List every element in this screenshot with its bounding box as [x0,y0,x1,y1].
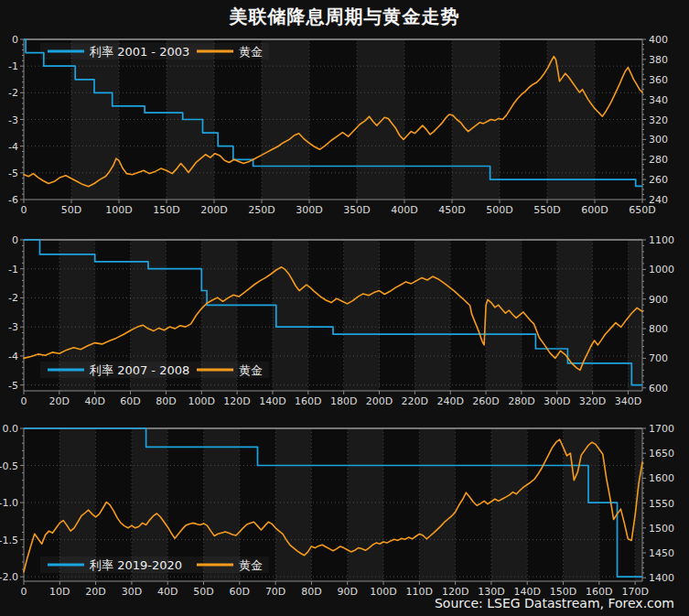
x-tick-label: 300D [296,204,322,216]
page-title: 美联储降息周期与黄金走势 [0,5,689,29]
right-tick-label: 1400 [649,572,674,584]
x-tick-label: 50D [193,586,213,595]
x-tick-label: 340D [615,395,641,407]
left-tick-label: -2.0 [0,571,18,583]
x-tick-label: 250D [248,204,275,216]
x-tick-label: 120D [223,395,250,407]
right-tick-label: 900 [649,294,668,306]
right-tick-label: 1450 [649,547,674,559]
right-tick-label: 280 [649,154,668,166]
right-tick-label: 400 [649,34,668,46]
x-tick-label: 200D [200,204,227,216]
left-tick-label: -1.5 [0,535,18,546]
right-tick-label: 300 [649,134,668,146]
x-tick-label: 180D [330,395,357,407]
left-tick-label: -5 [8,380,18,392]
right-tick-label: 1100 [649,234,674,246]
left-tick-label: 0 [12,234,18,246]
x-tick-label: 40D [157,586,178,595]
right-tick-label: 1650 [649,448,674,459]
left-tick-label: -5 [8,168,18,179]
right-tick-label: 1500 [649,523,674,535]
x-tick-label: 280D [508,395,534,407]
legend-item-gold-label: 黄金 [239,45,263,59]
left-tick-label: -4 [8,351,18,362]
x-tick-label: 50D [61,204,81,216]
x-tick-label: 120D [442,586,468,595]
x-tick-label: 80D [156,395,176,407]
plot-band [486,240,522,391]
x-tick-label: 90D [337,586,357,595]
legend-item-rate-label: 利率 2007 - 2008 [89,363,189,377]
right-tick-label: 1550 [649,498,674,510]
right-tick-label: 800 [649,323,668,335]
plot-band [344,240,380,391]
right-tick-label: 1600 [649,472,674,484]
x-tick-label: 110D [406,586,433,595]
x-tick-label: 600D [581,204,608,216]
x-tick-label: 150D [153,204,179,216]
x-tick-label: 500D [486,204,512,216]
chart-rate-2007-2008: 020D40D60D80D100D120D140D160D180D200D220… [0,224,689,416]
x-tick-label: 40D [84,395,104,407]
x-tick-label: 170D [621,586,648,595]
x-tick-label: 10D [49,586,70,595]
x-tick-label: 220D [402,395,428,407]
left-tick-label: -6 [8,194,18,206]
left-tick-label: -1 [8,60,18,72]
x-tick-label: 160D [295,395,321,407]
plot-band [557,240,593,391]
x-tick-label: 260D [472,395,499,407]
x-tick-label: 150D [550,586,576,595]
x-tick-label: 130D [478,586,504,595]
x-tick-label: 0 [21,204,27,216]
x-tick-label: 350D [343,204,370,216]
x-tick-label: 30D [122,586,142,595]
right-tick-label: 700 [649,352,668,364]
x-tick-label: 60D [120,395,140,407]
x-tick-label: 100D [105,204,132,216]
x-tick-label: 200D [366,395,393,407]
right-tick-label: 1700 [649,423,674,435]
plot-band [273,240,308,391]
left-tick-label: -3 [8,321,18,333]
x-tick-label: 100D [370,586,396,595]
x-tick-label: 20D [85,586,105,595]
right-tick-label: 320 [649,114,668,126]
x-tick-label: 0 [21,586,27,595]
left-tick-label: 0 [12,34,18,46]
x-tick-label: 60D [230,586,250,595]
chart-page: 美联储降息周期与黄金走势 050D100D150D200D250D300D350… [0,0,689,616]
legend-item-gold-label: 黄金 [239,558,263,572]
x-tick-label: 320D [579,395,606,407]
x-tick-label: 140D [259,395,285,407]
legend-item-rate-label: 利率 2019-2020 [89,558,182,572]
left-tick-label: -1 [8,264,18,276]
source-credit: Source: LSEG Datastream, Forex.com [435,596,674,611]
right-tick-label: 1000 [649,264,674,276]
x-tick-label: 300D [544,395,570,407]
right-tick-label: 260 [649,174,668,186]
right-tick-label: 360 [649,74,668,86]
left-tick-label: 0.0 [3,423,19,435]
plot-band [491,428,527,581]
plot-band [414,240,450,391]
left-tick-label: -4 [8,141,18,153]
x-tick-label: 450D [438,204,465,216]
legend-item-gold-label: 黄金 [239,363,263,377]
left-tick-label: -2 [8,87,18,99]
x-tick-label: 20D [49,395,70,407]
x-tick-label: 140D [513,586,540,595]
right-tick-label: 600 [649,383,668,394]
x-tick-label: 80D [301,586,321,595]
right-tick-label: 380 [649,54,668,66]
plot-band [564,428,599,581]
left-tick-label: -1.0 [0,497,18,509]
x-tick-label: 550D [533,204,560,216]
x-tick-label: 0 [21,395,27,407]
plot-band [348,428,383,581]
x-tick-label: 160D [586,586,612,595]
legend-item-rate-label: 利率 2001 - 2003 [89,45,189,59]
x-tick-label: 400D [391,204,417,216]
x-tick-label: 70D [265,586,285,595]
